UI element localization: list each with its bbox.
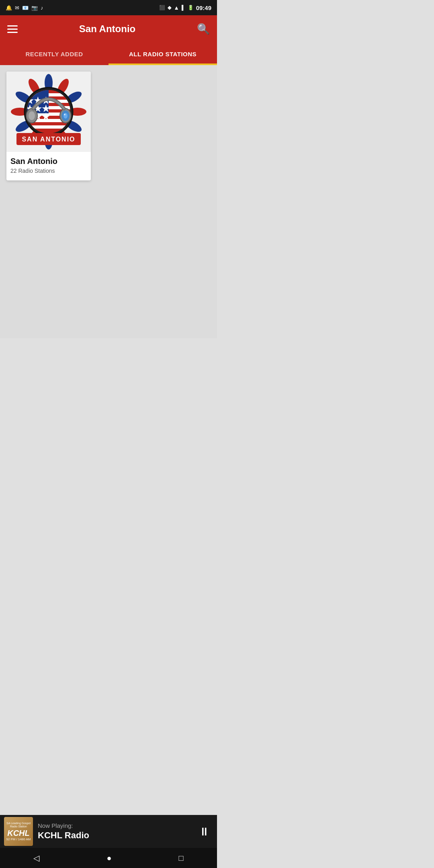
station-card[interactable]: ★★★ ★★★ ★★★ <box>6 72 91 180</box>
svg-point-37 <box>63 113 68 119</box>
status-bar: 🔔 ✉ 📧 📷 ♪ ⬛ ◆ ▲ ▌ 🔋 09:49 <box>0 0 217 15</box>
card-info: San Antonio 22 Radio Stations <box>6 152 91 180</box>
svg-text:SAN ANTONIO: SAN ANTONIO <box>22 136 75 143</box>
status-icons-left: 🔔 ✉ 📧 📷 ♪ <box>6 5 43 11</box>
menu-button[interactable] <box>7 25 18 33</box>
page-title: San Antonio <box>79 23 135 35</box>
hamburger-line-1 <box>7 25 18 27</box>
tab-recently-added[interactable]: RECENTLY ADDED <box>0 43 108 65</box>
card-title: San Antonio <box>10 157 87 166</box>
time-display: 09:49 <box>196 4 211 11</box>
tab-all-radio-stations[interactable]: ALL RADIO STATIONS <box>108 43 217 65</box>
signal-icon: ◆ <box>168 5 171 10</box>
email-icon: ✉ <box>15 5 19 11</box>
music-icon: ♪ <box>41 5 43 11</box>
status-icons-right: ⬛ ◆ ▲ ▌ 🔋 09:49 <box>159 4 211 11</box>
tab-bar: RECENTLY ADDED ALL RADIO STATIONS <box>0 43 217 65</box>
hamburger-line-2 <box>7 29 18 30</box>
notification-icon: 🔔 <box>6 5 12 11</box>
camera-icon: 📷 <box>31 5 38 11</box>
card-subtitle: 22 Radio Stations <box>10 168 87 174</box>
battery-icon: 🔋 <box>188 5 194 10</box>
hamburger-line-3 <box>7 32 18 33</box>
toolbar: San Antonio 🔍 <box>0 15 217 43</box>
mail-alt-icon: 📧 <box>22 5 29 11</box>
content-area: ★★★ ★★★ ★★★ <box>0 65 217 338</box>
wifi-icon: ▲ <box>174 4 179 11</box>
svg-point-33 <box>29 111 35 120</box>
station-logo-svg: ★★★ ★★★ ★★★ <box>10 74 87 150</box>
card-image: ★★★ ★★★ ★★★ <box>6 72 91 152</box>
cast-icon: ⬛ <box>159 5 165 10</box>
svg-point-38 <box>64 114 66 115</box>
search-button[interactable]: 🔍 <box>197 23 210 35</box>
cellular-icon: ▌ <box>182 5 185 10</box>
